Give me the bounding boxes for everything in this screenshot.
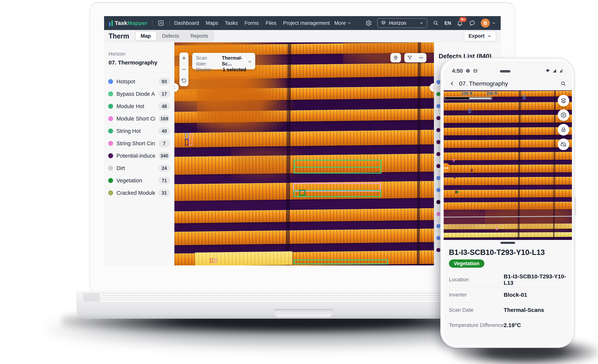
- defect-bounding-box[interactable]: [455, 191, 457, 193]
- solar-panel-row: [444, 223, 572, 229]
- thermal-map[interactable]: Scan date: Thermal-Sc... Blocks: 1 selec…: [174, 42, 434, 265]
- tab-map[interactable]: Map: [135, 32, 156, 41]
- offline-toggle-button[interactable]: [558, 139, 569, 150]
- defect-bounding-box[interactable]: [489, 175, 491, 177]
- chat-button[interactable]: [468, 19, 476, 27]
- sidebar-item-vegetation[interactable]: Vegetation71: [104, 174, 174, 187]
- defect-bounding-box[interactable]: [293, 190, 381, 197]
- nav-item-tasks[interactable]: Tasks: [225, 20, 238, 26]
- nav-item-dashboard[interactable]: Dashboard: [174, 20, 199, 26]
- avatar: B: [481, 18, 490, 28]
- defect-bounding-box[interactable]: [452, 162, 453, 164]
- scale-label-200: 200 ft: [486, 91, 497, 96]
- defect-color-dot: [108, 116, 113, 121]
- defect-bounding-box[interactable]: [189, 133, 192, 145]
- info-label: Inverter: [449, 292, 504, 298]
- search-button[interactable]: [432, 19, 440, 27]
- chevron-down-icon: [347, 21, 351, 25]
- lock-icon: [560, 127, 566, 133]
- gear-icon: [560, 112, 567, 118]
- scan-filter-panel[interactable]: Scan date: Thermal-Sc... Blocks: 1 selec…: [192, 53, 255, 69]
- defect-bounding-box[interactable]: [496, 227, 498, 230]
- chevron-right-icon: [432, 85, 434, 90]
- nav-item-forms[interactable]: Forms: [245, 20, 259, 26]
- defect-bounding-box[interactable]: [294, 160, 382, 174]
- defect-bounding-box[interactable]: [214, 259, 216, 263]
- info-row-location: LocationB1-I3-SCB10-T293-Y10-L13: [449, 272, 567, 287]
- sheet-drag-handle[interactable]: [500, 242, 515, 244]
- zoom-out-button[interactable]: [179, 64, 189, 75]
- nav-divider: [152, 20, 152, 26]
- defect-bounding-box[interactable]: [523, 95, 525, 99]
- defect-types-sidebar: Horizon 07. Thermography Hotspot93Bypass…: [104, 42, 174, 265]
- defect-bounding-box[interactable]: [454, 176, 456, 178]
- phone-screen: 4:50 07. Thermography 100 ft 200 ft •••: [444, 61, 572, 345]
- map-settings-button[interactable]: [558, 109, 569, 121]
- back-icon[interactable]: [449, 81, 455, 86]
- solar-panel-row: [444, 202, 572, 210]
- phone-thermal-map[interactable]: 100 ft 200 ft •••: [444, 90, 572, 240]
- reset-view-button[interactable]: [179, 75, 189, 86]
- sidebar-item-hotspot[interactable]: Hotspot93: [104, 75, 174, 88]
- wifi-icon: [545, 68, 550, 73]
- defect-bounding-box[interactable]: [471, 169, 473, 172]
- sidebar-item-dirt[interactable]: Dirt24: [104, 162, 174, 174]
- zoom-in-button[interactable]: [179, 52, 189, 64]
- nav-divider: [169, 20, 170, 26]
- sidebar-item-bypass-diode-active[interactable]: Bypass Diode Active17: [104, 88, 174, 100]
- settings-button[interactable]: [365, 19, 372, 27]
- chat-bubble-icon: [469, 20, 475, 26]
- locate-button[interactable]: [390, 53, 401, 62]
- defect-bounding-box[interactable]: [469, 109, 471, 113]
- home-button[interactable]: [157, 19, 165, 27]
- phone-mockup: 4:50 07. Thermography 100 ft 200 ft •••: [440, 58, 574, 348]
- brand-logo-icon: [109, 20, 113, 26]
- sidebar-item-module-hot[interactable]: Module Hot48: [104, 100, 174, 112]
- search-icon[interactable]: [560, 81, 566, 87]
- nav-item-files[interactable]: Files: [266, 20, 276, 26]
- defect-color-dot: [436, 224, 440, 228]
- defect-bounding-box[interactable]: [299, 190, 306, 196]
- layers-button[interactable]: [558, 95, 569, 107]
- nav-item-more[interactable]: More: [334, 20, 352, 26]
- filter-button[interactable]: [404, 53, 415, 62]
- export-button[interactable]: Export: [464, 31, 496, 41]
- sidebar-item-module-short-circuit[interactable]: Module Short Circuit169: [104, 112, 174, 125]
- notifications-button[interactable]: 9+: [456, 19, 464, 27]
- user-menu[interactable]: B: [481, 18, 496, 28]
- defect-title: B1-I3-SCB10-T293-Y10-L13: [449, 248, 545, 256]
- sidebar-item-string-short-circuit[interactable]: String Short Circuit7: [104, 137, 174, 149]
- defect-color-dot: [436, 104, 440, 108]
- chevron-left-icon: [174, 85, 176, 90]
- language-selector[interactable]: EN: [444, 20, 451, 26]
- solar-panel-row: [444, 177, 572, 185]
- defect-bounding-box[interactable]: [453, 159, 455, 162]
- tab-defects[interactable]: Defects: [157, 32, 184, 41]
- sidebar-item-potential-induced-de[interactable]: Potential-induced de...340: [104, 149, 174, 162]
- tab-reports[interactable]: Reports: [185, 32, 214, 41]
- project-selector[interactable]: Horizon: [377, 18, 427, 28]
- defect-bounding-box[interactable]: [185, 139, 189, 145]
- solar-panel-row: [174, 108, 434, 123]
- defect-category-badge: Vegetation: [449, 259, 484, 268]
- defect-color-dot: [436, 248, 440, 252]
- defect-bounding-box[interactable]: [185, 133, 189, 139]
- defect-info-rows: LocationB1-I3-SCB10-T293-Y10-L13Inverter…: [449, 272, 567, 333]
- defect-bounding-box[interactable]: [293, 259, 388, 264]
- sidebar-item-cracked-modules[interactable]: Cracked Modules31: [104, 187, 174, 199]
- funnel-icon: [407, 55, 412, 60]
- fit-bounds-button[interactable]: [415, 53, 427, 62]
- info-value: Thermal-Scans: [504, 307, 567, 313]
- nav-item-maps[interactable]: Maps: [206, 20, 218, 26]
- defect-bounding-box[interactable]: [457, 191, 458, 193]
- defect-bounding-box[interactable]: [210, 258, 213, 263]
- defect-color-dot: [436, 236, 440, 240]
- solar-panel-row: [444, 127, 572, 135]
- nav-item-project-management[interactable]: Project management: [283, 20, 330, 26]
- defect-color-dot: [108, 166, 113, 171]
- lock-map-button[interactable]: [558, 124, 569, 135]
- sidebar-item-string-hot[interactable]: String Hot40: [104, 125, 174, 137]
- solar-panel-row: [174, 208, 434, 223]
- brand-logo[interactable]: TaskMapper: [109, 20, 148, 26]
- defect-type-label: Cracked Modules: [116, 190, 155, 196]
